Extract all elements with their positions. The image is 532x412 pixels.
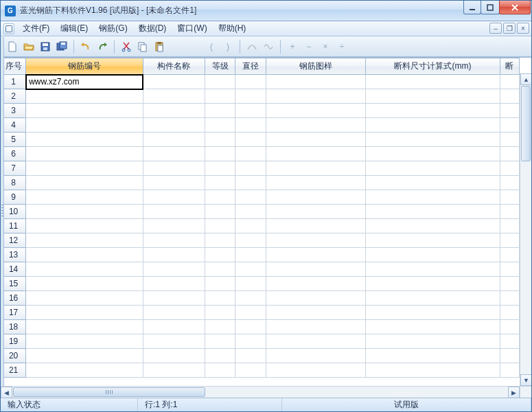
cell-diameter[interactable] [235, 262, 266, 277]
cell-code[interactable] [26, 219, 143, 233]
row-number[interactable]: 20 [1, 349, 26, 363]
row-number[interactable]: 15 [1, 277, 26, 291]
table-row[interactable]: 8 [1, 176, 520, 190]
row-number[interactable]: 1 [1, 75, 26, 89]
menu-file[interactable]: 文件(F) [17, 21, 55, 36]
cell-formula[interactable] [366, 291, 500, 306]
table-row[interactable]: 9 [1, 190, 520, 205]
cell-formula[interactable] [366, 147, 500, 161]
cut-button[interactable] [119, 39, 134, 54]
op-divide-button[interactable]: ÷ [334, 39, 349, 54]
cell-diameter[interactable] [235, 334, 266, 349]
cell-diameter[interactable] [235, 89, 266, 104]
cell-pattern[interactable] [266, 133, 366, 147]
cell-pattern[interactable] [266, 291, 366, 306]
col-component[interactable]: 构件名称 [143, 58, 205, 75]
cell-pattern[interactable] [266, 190, 366, 205]
cell-grade[interactable] [205, 334, 235, 349]
scroll-left-button[interactable]: ◀ [1, 387, 12, 398]
cell-grade[interactable] [205, 104, 235, 118]
titlebar[interactable]: G 蓝光钢筋下料软件V1.96 [试用版] - [未命名文件1] [1, 1, 531, 21]
cell-cut[interactable] [500, 176, 519, 190]
cell-component[interactable] [143, 306, 205, 320]
cell-code[interactable] [26, 363, 143, 378]
scroll-right-button[interactable]: ▶ [508, 387, 520, 398]
scroll-up-button[interactable]: ▲ [520, 73, 531, 85]
row-number[interactable]: 14 [1, 262, 26, 277]
cell-component[interactable] [143, 363, 205, 378]
cell-cut[interactable] [500, 320, 519, 334]
undo-button[interactable] [78, 39, 93, 54]
cell-pattern[interactable] [266, 219, 366, 233]
cell-grade[interactable] [205, 363, 235, 378]
mdi-restore-button[interactable]: ❐ [503, 23, 516, 34]
vertical-scroll-thumb[interactable] [521, 86, 531, 161]
cell-code[interactable] [26, 133, 143, 147]
cell-pattern[interactable] [266, 363, 366, 378]
cell-diameter[interactable] [235, 104, 266, 118]
cell-cut[interactable] [500, 306, 519, 320]
cell-formula[interactable] [366, 161, 500, 176]
cell-cut[interactable] [500, 118, 519, 133]
cell-formula[interactable] [366, 262, 500, 277]
cell-component[interactable] [143, 291, 205, 306]
cell-pattern[interactable] [266, 306, 366, 320]
cell-code[interactable] [26, 233, 143, 248]
table-row[interactable]: 5 [1, 133, 520, 147]
cell-code[interactable]: www.xz7.com [26, 75, 143, 89]
cell-component[interactable] [143, 75, 205, 89]
scroll-down-button[interactable]: ▼ [520, 374, 531, 386]
cell-pattern[interactable] [266, 104, 366, 118]
row-number[interactable]: 8 [1, 176, 26, 190]
cell-diameter[interactable] [235, 248, 266, 262]
cell-formula[interactable] [366, 133, 500, 147]
table-row[interactable]: 4 [1, 118, 520, 133]
cell-code[interactable] [26, 262, 143, 277]
cell-cut[interactable] [500, 75, 519, 89]
cell-cut[interactable] [500, 219, 519, 233]
cell-component[interactable] [143, 219, 205, 233]
new-file-button[interactable] [5, 39, 20, 54]
row-number[interactable]: 17 [1, 306, 26, 320]
row-number[interactable]: 3 [1, 104, 26, 118]
cell-code[interactable] [26, 320, 143, 334]
cell-component[interactable] [143, 147, 205, 161]
cell-grade[interactable] [205, 233, 235, 248]
table-row[interactable]: 21 [1, 363, 520, 378]
cell-diameter[interactable] [235, 190, 266, 205]
cell-pattern[interactable] [266, 277, 366, 291]
table-row[interactable]: 16 [1, 291, 520, 306]
col-pattern[interactable]: 钢筋图样 [266, 58, 366, 75]
table-row[interactable]: 14 [1, 262, 520, 277]
table-row[interactable]: 6 [1, 147, 520, 161]
row-number[interactable]: 13 [1, 248, 26, 262]
table-row[interactable]: 10 [1, 205, 520, 219]
cell-grade[interactable] [205, 306, 235, 320]
save-button[interactable] [38, 39, 53, 54]
cell-pattern[interactable] [266, 320, 366, 334]
row-number[interactable]: 7 [1, 161, 26, 176]
row-number[interactable]: 12 [1, 233, 26, 248]
cell-formula[interactable] [366, 349, 500, 363]
cell-code[interactable] [26, 161, 143, 176]
cell-code[interactable] [26, 118, 143, 133]
cell-grade[interactable] [205, 291, 235, 306]
table-row[interactable]: 2 [1, 89, 520, 104]
maximize-button[interactable] [481, 1, 500, 14]
cell-pattern[interactable] [266, 233, 366, 248]
cell-formula[interactable] [366, 89, 500, 104]
cell-pattern[interactable] [266, 118, 366, 133]
cell-component[interactable] [143, 320, 205, 334]
cell-cut[interactable] [500, 291, 519, 306]
cell-formula[interactable] [366, 306, 500, 320]
table-row[interactable]: 17 [1, 306, 520, 320]
cell-cut[interactable] [500, 205, 519, 219]
col-diameter[interactable]: 直径 [235, 58, 266, 75]
op-multiply-button[interactable]: × [318, 39, 333, 54]
row-number[interactable]: 18 [1, 320, 26, 334]
cell-code[interactable] [26, 277, 143, 291]
col-grade[interactable]: 等级 [205, 58, 235, 75]
cell-cut[interactable] [500, 349, 519, 363]
cell-cut[interactable] [500, 233, 519, 248]
cell-diameter[interactable] [235, 176, 266, 190]
